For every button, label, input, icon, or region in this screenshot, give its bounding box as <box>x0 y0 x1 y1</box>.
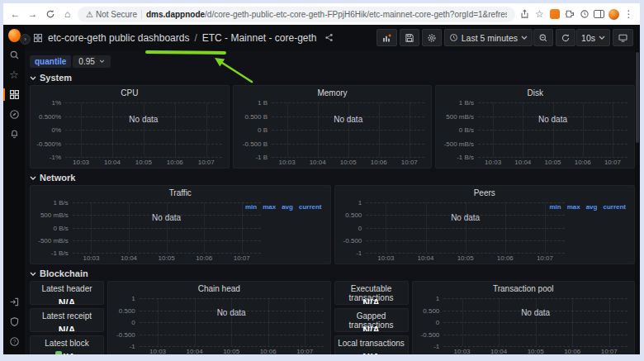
breadcrumb-dashboard-title[interactable]: ETC - Mainnet - core-geth <box>202 32 317 44</box>
legend-column-max[interactable]: max <box>567 203 580 211</box>
no-data-text: No data <box>152 213 181 222</box>
panel-title[interactable]: Chain head <box>108 284 330 295</box>
row-header-network[interactable]: Network <box>30 172 635 183</box>
share-dashboard-button[interactable] <box>322 31 336 45</box>
panel-title[interactable]: Executable transactions <box>335 284 408 295</box>
sidebar-item-server-admin[interactable] <box>8 316 21 328</box>
stat-value: N/A <box>31 325 103 332</box>
add-panel-button[interactable] <box>376 29 397 46</box>
panel-title[interactable]: Peers <box>335 188 635 199</box>
profile-avatar-button[interactable] <box>608 7 620 21</box>
panel-title[interactable]: Transaction pool <box>413 284 635 295</box>
side-panel-button[interactable] <box>593 7 605 21</box>
save-icon <box>405 33 414 43</box>
no-data-text: No data <box>521 308 550 317</box>
refresh-interval-dropdown[interactable]: 10s <box>576 29 610 46</box>
row-header-blockchain[interactable]: Blockchain <box>30 268 635 279</box>
metamask-extension-button[interactable] <box>548 7 561 21</box>
share-page-button[interactable] <box>519 7 531 21</box>
grid-line-horizontal <box>140 346 324 347</box>
plot-area: 10:0310:0410:0510:0610:07No data <box>272 102 424 157</box>
browser-reload-button[interactable] <box>43 7 57 21</box>
variable-value: 0.95 <box>78 57 94 66</box>
panel-title[interactable]: Memory <box>234 88 432 99</box>
dashboards-grid-icon <box>9 89 20 100</box>
panel-title[interactable]: CPU <box>31 88 229 99</box>
x-tick-label: 10:03 <box>454 348 471 354</box>
grid-line-vertical <box>609 298 610 346</box>
variable-value-dropdown[interactable]: 0.95 <box>73 55 110 68</box>
zoom-out-time-button[interactable] <box>533 29 553 46</box>
browser-menu-button[interactable]: ⋮ <box>623 7 635 21</box>
grid-line-vertical <box>410 102 410 157</box>
legend-column-avg[interactable]: avg <box>282 203 293 211</box>
cycle-view-mode-button[interactable] <box>613 29 633 46</box>
sidebar-item-dashboards[interactable] <box>8 88 21 101</box>
chevron-down-icon <box>99 59 105 63</box>
browser-home-button[interactable]: ⌂ <box>60 7 74 21</box>
grafana-app: ☆ ? › etc-c <box>3 25 640 354</box>
panel-title[interactable]: Traffic <box>31 188 330 199</box>
panel-title[interactable]: Latest receipt <box>31 311 103 322</box>
grid-line-vertical <box>318 102 319 157</box>
blockchain-panels-row: Latest header N/A Latest receipt N/A Lat… <box>30 281 635 354</box>
panel-title[interactable]: Disk <box>436 88 634 99</box>
browser-forward-button[interactable]: → <box>26 7 40 21</box>
x-tick-label: 10:07 <box>537 254 553 262</box>
y-tick-label: 0.500% <box>39 112 61 120</box>
sidebar-item-sign-in[interactable] <box>8 296 21 308</box>
x-tick-label: 10:07 <box>296 348 313 354</box>
grid-line-vertical <box>231 298 232 346</box>
help-icon: ? <box>9 336 20 347</box>
no-data-text: No data <box>451 213 480 222</box>
gapped-transactions-panel: Gapped transactions N/A <box>334 308 409 332</box>
row-label: System <box>40 73 72 83</box>
zoom-out-icon <box>538 33 548 43</box>
save-dashboard-button[interactable] <box>400 29 419 46</box>
grafana-logo[interactable] <box>8 29 21 41</box>
panel-title[interactable]: Latest header <box>31 284 103 295</box>
sidebar-item-alerting[interactable] <box>8 128 21 140</box>
sidebar-item-search[interactable] <box>8 49 21 61</box>
svg-text:?: ? <box>12 339 16 344</box>
grid-line-vertical <box>129 202 130 253</box>
history-icon <box>580 9 590 19</box>
refresh-button[interactable] <box>556 29 575 46</box>
sidebar-item-starred[interactable]: ☆ <box>8 69 21 81</box>
dashboard-settings-button[interactable] <box>422 29 442 46</box>
panel-title[interactable]: Local transactions <box>335 339 408 349</box>
address-bar[interactable]: ⚠ Not Secure dms.dappnode/d/core-geth-pu… <box>78 7 515 22</box>
browser-back-button[interactable]: ← <box>8 7 22 21</box>
extensions-button[interactable] <box>563 7 575 21</box>
x-tick-label: 10:06 <box>167 159 183 166</box>
url-text: dms.dappnode/d/core-geth-public-etc-core… <box>146 10 507 19</box>
side-panel-icon <box>594 10 604 18</box>
warning-icon: ⚠ <box>86 10 93 19</box>
sidebar-expand-button[interactable]: › <box>20 34 31 45</box>
x-tick-label: 10:03 <box>377 254 394 262</box>
panel-title[interactable]: Gapped transactions <box>335 311 408 322</box>
dashboard-header: etc-core-geth public dashboards / ETC - … <box>25 25 640 50</box>
divider <box>141 10 142 19</box>
latest-receipt-panel: Latest receipt N/A <box>30 308 104 332</box>
legend-column-current[interactable]: current <box>299 203 322 211</box>
sidebar-item-help[interactable]: ? <box>8 335 21 348</box>
scrollbar-thumb[interactable] <box>636 52 639 143</box>
chart-canvas: 1 B0.500 B0 B-0.500 B-1 B10:0310:0410:05… <box>234 99 432 168</box>
breadcrumb-folder[interactable]: etc-core-geth public dashboards <box>48 32 189 44</box>
legend-column-current[interactable]: current <box>603 203 626 211</box>
history-button[interactable] <box>578 7 590 21</box>
time-range-picker[interactable]: Last 5 minutes <box>444 29 533 46</box>
bookmark-star-button[interactable]: ☆ <box>533 7 546 21</box>
legend-column-avg[interactable]: avg <box>586 203 598 211</box>
transactions-stats-column: Executable transactions N/A Gapped trans… <box>334 281 409 354</box>
legend-column-max[interactable]: max <box>263 203 276 211</box>
x-tick-label: 10:06 <box>371 159 387 166</box>
plot-area: 10:0310:0410:0510:0610:07No data <box>73 202 261 253</box>
y-tick-label: -1 <box>356 249 362 257</box>
sidebar-item-explore[interactable] <box>8 108 21 121</box>
row-header-system[interactable]: System <box>30 72 635 83</box>
security-chip[interactable]: ⚠ Not Secure <box>86 10 137 19</box>
breadcrumb-separator: / <box>194 32 197 44</box>
panel-title[interactable]: Latest block <box>31 339 103 349</box>
